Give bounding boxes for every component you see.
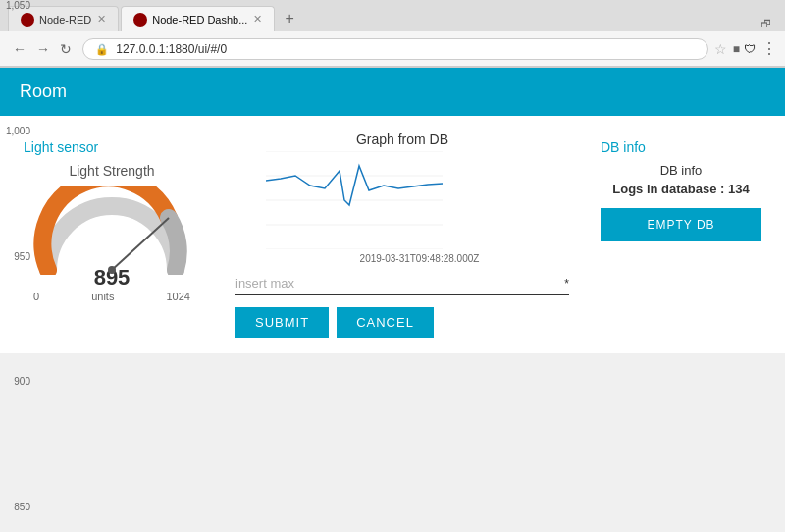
tab-icon-dashboard bbox=[133, 13, 147, 27]
y-label-4: 850 bbox=[0, 502, 30, 512]
db-info-label: DB info bbox=[601, 163, 761, 178]
db-logs-count: Logs in database : 134 bbox=[601, 182, 761, 196]
gauge-numbers: 0 units 1024 bbox=[33, 291, 190, 302]
extension-icon-2[interactable]: 🛡 bbox=[744, 42, 756, 56]
gauge-container: Light Strength 895 0 units bbox=[24, 163, 200, 302]
new-tab-button[interactable]: + bbox=[277, 6, 301, 31]
browser-menu-icon[interactable]: ⋮ bbox=[761, 39, 777, 58]
gauge-wrapper bbox=[33, 186, 190, 275]
submit-button[interactable]: SUBMIT bbox=[236, 307, 329, 338]
tab-bar: Node-RED ✕ Node-RED Dashb... ✕ + 🗗 bbox=[0, 0, 785, 31]
empty-db-button[interactable]: EMPTY DB bbox=[601, 208, 761, 241]
refresh-button[interactable]: ↻ bbox=[55, 39, 77, 59]
gauge-units: units bbox=[91, 291, 114, 302]
insert-max-input[interactable] bbox=[236, 276, 562, 291]
tab-dashboard[interactable]: Node-RED Dashb... ✕ bbox=[121, 6, 275, 31]
y-label-3: 900 bbox=[0, 376, 30, 387]
form-area: * SUBMIT CANCEL bbox=[232, 276, 573, 338]
y-label-0: 1,050 bbox=[0, 0, 30, 11]
address-bar: ← → ↻ 🔒 127.0.0.1:1880/ui/#/0 ☆ ■ 🛡 ⋮ bbox=[0, 31, 785, 67]
y-label-2: 950 bbox=[0, 251, 30, 262]
form-input-row: * bbox=[236, 276, 569, 295]
window-controls: 🗗 bbox=[755, 16, 777, 31]
browser-chrome: Node-RED ✕ Node-RED Dashb... ✕ + 🗗 ← → ↻… bbox=[0, 0, 785, 68]
chart-svg bbox=[266, 151, 443, 249]
tab-label-node-red: Node-RED bbox=[39, 14, 91, 26]
bookmark-star-icon[interactable]: ☆ bbox=[714, 41, 727, 57]
forward-button[interactable]: → bbox=[31, 39, 55, 59]
db-info-panel: DB info DB info Logs in database : 134 E… bbox=[593, 132, 769, 338]
url-bar[interactable]: 🔒 127.0.0.1:1880/ui/#/0 bbox=[82, 38, 708, 60]
cancel-button[interactable]: CANCEL bbox=[337, 307, 434, 338]
url-text: 127.0.0.1:1880/ui/#/0 bbox=[116, 42, 227, 56]
y-label-1: 1,000 bbox=[0, 126, 30, 136]
graph-panel: Graph from DB 1,050 1,000 950 900 850 bbox=[232, 132, 573, 264]
y-axis: 1,050 1,000 950 900 850 bbox=[0, 0, 34, 512]
gauge-label: Light Strength bbox=[24, 163, 200, 179]
svg-line-0 bbox=[112, 218, 169, 270]
lock-icon: 🔒 bbox=[95, 43, 109, 55]
tab-close-node-red[interactable]: ✕ bbox=[97, 13, 106, 26]
graph-title: Graph from DB bbox=[232, 132, 573, 147]
graph-container: 1,050 1,000 950 900 850 bbox=[232, 151, 573, 249]
svg-point-1 bbox=[108, 266, 116, 274]
extension-icon-1[interactable]: ■ bbox=[733, 42, 740, 56]
main-content: Light sensor Light Strength 895 bbox=[0, 116, 785, 353]
light-sensor-title: Light sensor bbox=[24, 139, 204, 155]
graph-form-panel: Graph from DB 1,050 1,000 950 900 850 bbox=[232, 132, 573, 338]
tab-label-dashboard: Node-RED Dashb... bbox=[152, 14, 247, 26]
db-info-title: DB info bbox=[601, 139, 761, 155]
app-header: Room bbox=[0, 68, 785, 116]
gauge-svg bbox=[33, 186, 190, 275]
required-star: * bbox=[564, 277, 569, 291]
light-sensor-panel: Light sensor Light Strength 895 bbox=[16, 132, 212, 338]
form-buttons: SUBMIT CANCEL bbox=[236, 307, 569, 338]
tab-close-dashboard[interactable]: ✕ bbox=[253, 13, 262, 26]
x-label: 2019-03-31T09:48:28.000Z bbox=[266, 253, 573, 264]
gauge-max: 1024 bbox=[167, 291, 190, 302]
